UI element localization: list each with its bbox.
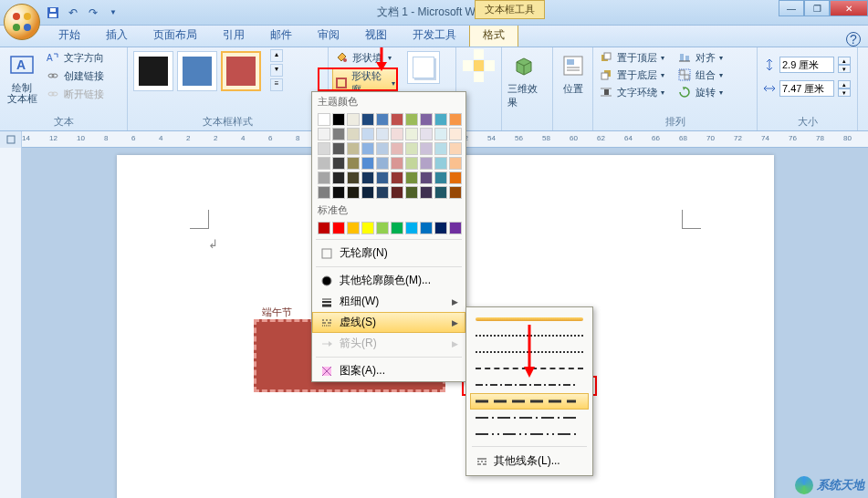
color-swatch[interactable] bbox=[405, 171, 418, 184]
color-swatch[interactable] bbox=[449, 128, 462, 140]
color-swatch[interactable] bbox=[361, 186, 374, 199]
color-swatch[interactable] bbox=[391, 222, 403, 234]
color-swatch[interactable] bbox=[318, 157, 330, 170]
color-swatch[interactable] bbox=[434, 128, 447, 140]
height-up-icon[interactable]: ▴ bbox=[838, 57, 851, 65]
pattern-item[interactable]: 图案(A)... bbox=[312, 360, 465, 381]
color-swatch[interactable] bbox=[434, 186, 447, 199]
color-swatch[interactable] bbox=[434, 113, 447, 126]
undo-icon[interactable]: ↶ bbox=[66, 5, 80, 20]
color-swatch[interactable] bbox=[318, 113, 330, 126]
color-swatch[interactable] bbox=[376, 222, 389, 234]
text-direction-button[interactable]: A文字方向 bbox=[44, 49, 106, 66]
color-swatch[interactable] bbox=[405, 113, 418, 126]
color-swatch[interactable] bbox=[318, 171, 330, 184]
color-swatch[interactable] bbox=[347, 222, 360, 234]
tab-view[interactable]: 视图 bbox=[352, 24, 400, 47]
color-swatch[interactable] bbox=[420, 222, 433, 234]
color-swatch[interactable] bbox=[420, 171, 433, 184]
three-d-button[interactable]: 三维效果 bbox=[506, 49, 542, 111]
color-swatch[interactable] bbox=[376, 142, 389, 155]
color-swatch[interactable] bbox=[449, 171, 462, 184]
color-swatch[interactable] bbox=[361, 142, 374, 155]
group-button[interactable]: 组合▾ bbox=[675, 67, 725, 83]
shadow-nudge-grid[interactable] bbox=[463, 49, 496, 82]
tab-mailings[interactable]: 邮件 bbox=[257, 24, 305, 47]
style-swatch-3[interactable] bbox=[221, 51, 261, 91]
shadow-preview[interactable] bbox=[407, 51, 440, 84]
color-swatch[interactable] bbox=[361, 128, 374, 140]
tab-references[interactable]: 引用 bbox=[210, 24, 257, 47]
color-swatch[interactable] bbox=[332, 222, 345, 234]
color-swatch[interactable] bbox=[332, 142, 345, 155]
color-swatch[interactable] bbox=[391, 186, 403, 199]
color-swatch[interactable] bbox=[318, 142, 330, 155]
color-swatch[interactable] bbox=[434, 222, 447, 234]
align-button[interactable]: 对齐▾ bbox=[675, 49, 725, 66]
color-swatch[interactable] bbox=[376, 186, 389, 199]
no-outline-item[interactable]: 无轮廓(N) bbox=[312, 243, 465, 264]
color-swatch[interactable] bbox=[391, 157, 403, 170]
color-swatch[interactable] bbox=[347, 186, 360, 199]
dashes-item[interactable]: 虚线(S)▶ bbox=[312, 312, 465, 333]
maximize-button[interactable]: ❐ bbox=[804, 0, 830, 16]
width-down-icon[interactable]: ▾ bbox=[838, 88, 851, 97]
color-swatch[interactable] bbox=[449, 157, 462, 170]
color-swatch[interactable] bbox=[420, 186, 433, 199]
more-lines-item[interactable]: 其他线条(L)... bbox=[470, 451, 589, 472]
color-swatch[interactable] bbox=[361, 222, 374, 234]
color-swatch[interactable] bbox=[318, 186, 330, 199]
redo-icon[interactable]: ↷ bbox=[86, 5, 100, 20]
color-swatch[interactable] bbox=[376, 128, 389, 140]
color-swatch[interactable] bbox=[332, 157, 345, 170]
tab-page-layout[interactable]: 页面布局 bbox=[141, 24, 210, 47]
break-link-button[interactable]: 断开链接 bbox=[44, 86, 106, 102]
width-field[interactable]: ▴▾ bbox=[761, 78, 852, 99]
color-swatch[interactable] bbox=[361, 157, 374, 170]
close-button[interactable]: ✕ bbox=[830, 0, 868, 16]
color-swatch[interactable] bbox=[420, 128, 433, 140]
tab-developer[interactable]: 开发工具 bbox=[400, 24, 469, 47]
help-icon[interactable]: ? bbox=[846, 32, 861, 47]
color-swatch[interactable] bbox=[434, 142, 447, 155]
rotate-button[interactable]: 旋转▾ bbox=[675, 84, 725, 100]
width-up-icon[interactable]: ▴ bbox=[838, 80, 851, 88]
color-swatch[interactable] bbox=[420, 142, 433, 155]
height-field[interactable]: ▴▾ bbox=[761, 55, 852, 75]
office-button[interactable] bbox=[4, 4, 40, 40]
save-icon[interactable] bbox=[46, 5, 60, 20]
gallery-down-icon[interactable]: ▾ bbox=[270, 64, 283, 77]
color-swatch[interactable] bbox=[332, 186, 345, 199]
width-input[interactable] bbox=[779, 80, 834, 97]
color-swatch[interactable] bbox=[347, 113, 360, 126]
gallery-more-icon[interactable]: ≡ bbox=[270, 78, 283, 91]
color-swatch[interactable] bbox=[405, 186, 418, 199]
color-swatch[interactable] bbox=[391, 171, 403, 184]
color-swatch[interactable] bbox=[347, 142, 360, 155]
text-wrap-button[interactable]: 文字环绕▾ bbox=[597, 84, 666, 100]
tab-format[interactable]: 格式 bbox=[469, 23, 518, 47]
color-swatch[interactable] bbox=[449, 222, 462, 234]
color-swatch[interactable] bbox=[376, 171, 389, 184]
dash-long-dash-dot-dot[interactable] bbox=[470, 426, 589, 442]
draw-textbox-button[interactable]: A 绘制 文本框 bbox=[4, 49, 40, 106]
color-swatch[interactable] bbox=[420, 157, 433, 170]
color-swatch[interactable] bbox=[361, 113, 374, 126]
position-button[interactable]: 位置 bbox=[557, 49, 590, 98]
color-swatch[interactable] bbox=[332, 113, 345, 126]
color-swatch[interactable] bbox=[391, 113, 403, 126]
color-swatch[interactable] bbox=[420, 113, 433, 126]
bring-front-button[interactable]: 置于顶层▾ bbox=[597, 49, 666, 66]
tab-home[interactable]: 开始 bbox=[46, 24, 93, 47]
color-swatch[interactable] bbox=[347, 128, 360, 140]
send-back-button[interactable]: 置于底层▾ bbox=[597, 67, 666, 83]
weight-item[interactable]: 粗细(W)▶ bbox=[312, 291, 465, 312]
style-swatch-2[interactable] bbox=[177, 51, 217, 91]
more-colors-item[interactable]: 其他轮廓颜色(M)... bbox=[312, 270, 465, 291]
tab-review[interactable]: 审阅 bbox=[305, 24, 352, 47]
color-swatch[interactable] bbox=[347, 171, 360, 184]
tab-insert[interactable]: 插入 bbox=[93, 24, 141, 47]
color-swatch[interactable] bbox=[434, 171, 447, 184]
color-swatch[interactable] bbox=[449, 186, 462, 199]
dash-long-dash[interactable] bbox=[470, 393, 589, 410]
